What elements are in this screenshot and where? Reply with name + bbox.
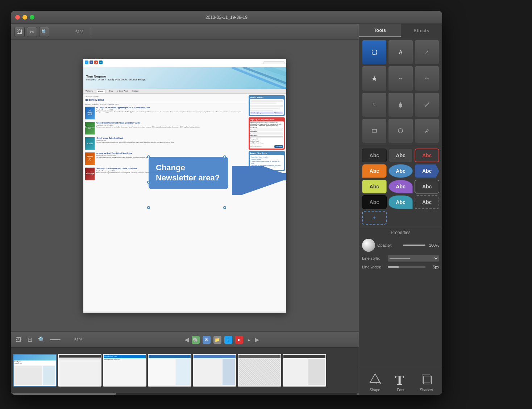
close-button[interactable] (15, 15, 20, 20)
twitter-share-icon[interactable]: t (224, 336, 232, 344)
style-btn-teal-bubble[interactable]: Abc (388, 195, 413, 209)
mail-icon[interactable]: ✉ (203, 336, 211, 344)
slide-canvas[interactable]: t f g+ in (83, 59, 286, 313)
minimize-button[interactable] (22, 15, 27, 20)
selection-rect-tool-btn[interactable] (362, 40, 387, 64)
svg-point-10 (398, 129, 403, 133)
text-tool-btn[interactable]: A (388, 40, 413, 64)
line-tool-btn[interactable] (415, 92, 439, 117)
blog-link-5[interactable]: How do they even survive? (251, 167, 283, 168)
filmstrip-thumb-1[interactable]: Tom Negrino I'm a tech writer... (13, 354, 57, 387)
style-btn-dashed-add[interactable]: + (362, 211, 387, 225)
canvas-area: 🖼 ✂ 🔍 51% (11, 24, 359, 395)
gplus-icon[interactable]: g+ (94, 60, 98, 64)
email-input[interactable] (250, 129, 283, 130)
paint-tool-btn[interactable]: 🖌 (415, 118, 439, 143)
rect-tool-btn[interactable] (362, 118, 387, 143)
crop-btn[interactable]: ⊞ (26, 335, 34, 345)
blog-link-3[interactable]: Civility doesn't come for free; or, hamm… (251, 160, 283, 164)
font-button[interactable]: T Font (393, 371, 409, 392)
book-desc-3: This book covers using iCloud with your … (96, 142, 247, 143)
line-width-slider[interactable] (388, 266, 425, 268)
arrow-tool-btn[interactable]: ↗ (415, 40, 439, 64)
follow-text: ✦ Follow @negrino (251, 112, 263, 114)
shadow-button[interactable]: Shadow (419, 371, 435, 392)
firstname-input[interactable] (250, 133, 283, 134)
filmstrip-thumb-7[interactable] (283, 354, 326, 387)
style-btn-orange[interactable]: Abc (362, 164, 387, 178)
image-tool-btn[interactable]: 🖼 (14, 27, 25, 37)
opacity-slider[interactable] (403, 245, 425, 246)
nav-blog[interactable]: Blog (108, 89, 113, 93)
main-area: 🖼 ✂ 🔍 51% (11, 24, 442, 395)
style-btn-dark2[interactable]: Abc (388, 149, 413, 162)
drop-tool-btn[interactable] (388, 92, 413, 117)
svg-rect-9 (372, 129, 377, 132)
filmstrip-thumb-3[interactable]: Windows Defender Offline Windows Defende… (103, 354, 146, 387)
zoom-slider[interactable] (51, 31, 73, 32)
maximize-button[interactable] (30, 15, 34, 20)
book-title-3: iCloud: Visual QuickStart Guide (96, 137, 247, 139)
photo-btn[interactable]: 🖼 (14, 335, 23, 345)
pen-tool-btn[interactable]: ✒ (388, 66, 413, 91)
scrollbar-thumb[interactable] (13, 393, 116, 395)
linkedin-icon[interactable]: in (99, 60, 103, 64)
books-section-title: Recent Books (85, 98, 247, 102)
book-pub-4: Peachpit Press, October 2010 (96, 155, 247, 156)
social-icons: t f g+ in (85, 60, 103, 64)
nav-books[interactable]: ▾ Books (97, 89, 105, 93)
style-btn-dark[interactable]: Abc (362, 149, 387, 162)
select-tool-btn[interactable]: ↖ (362, 92, 387, 117)
line-style-select[interactable]: ──────── - - - - - · · · · · (388, 255, 439, 262)
filmstrip-thumb-5[interactable] (193, 354, 236, 387)
main-window: 2013-03-11_19-38-19 🖼 ✂ 🔍 51% (11, 11, 442, 395)
blog-link-2[interactable]: Enough, already (251, 158, 283, 160)
nav-welcome[interactable]: Welcome (85, 89, 94, 93)
filmstrip-thumb-2[interactable] (58, 354, 101, 387)
crop-tool-btn[interactable]: ✂ (27, 27, 37, 37)
blog-link-4[interactable]: Does Andrew Sullivan really deserve your… (251, 164, 283, 166)
nav-contact[interactable]: Contact (132, 89, 139, 93)
lastname-input[interactable] (250, 136, 283, 138)
upload-icon[interactable]: ▲ (246, 337, 252, 343)
zoom-control (51, 31, 73, 32)
filmstrip-thumb-4[interactable] (148, 354, 191, 387)
style-btn-yellow-green[interactable]: Abc (362, 180, 387, 193)
font-icon: T (393, 371, 409, 387)
style-btn-black[interactable]: Abc (362, 195, 387, 209)
nav-other-work[interactable]: ▾ Other Work (116, 89, 129, 93)
zoom-btn[interactable]: 🔍 (37, 335, 47, 345)
book-cover-3: iCloud (85, 137, 95, 150)
style-btn-gray-dashed[interactable]: Abc (415, 195, 439, 209)
bottom-zoom-slider[interactable] (50, 339, 71, 340)
shape-button[interactable]: ▾ Shape (367, 371, 383, 392)
mask-tool-btn[interactable] (388, 118, 413, 143)
tab-tools[interactable]: Tools (359, 24, 401, 37)
book-title-4: Keynote for iPad: Visual QuickStart Guid… (96, 152, 247, 154)
filmstrip-scrollbar[interactable] (13, 393, 357, 395)
prev-slide-btn[interactable]: ◀ (184, 336, 189, 343)
tab-effects[interactable]: Effects (401, 24, 442, 37)
blog-link-1[interactable]: State of the Union thoughts (251, 156, 283, 158)
pencil-tool-btn[interactable]: ✏ (415, 66, 439, 91)
folder-icon[interactable]: 📁 (213, 336, 221, 344)
tools-grid: A ↗ ✒ ✏ ↖ (359, 37, 442, 146)
twitter-icon[interactable]: t (85, 60, 88, 64)
style-btn-light-outline[interactable]: Abc (415, 180, 439, 193)
style-btn-blue-arrow[interactable]: Abc (415, 164, 439, 178)
style-btn-purple-bubble[interactable]: Abc (388, 180, 413, 193)
facebook-icon[interactable]: f (90, 60, 93, 64)
style-btn-blue-bubble[interactable]: Abc (388, 164, 413, 178)
zoom-out-btn[interactable]: 🔍 (39, 27, 49, 37)
subscribe-button[interactable]: Subscribe (274, 145, 283, 148)
evernote-icon[interactable]: 🐘 (192, 336, 200, 344)
style-btn-red-outline[interactable]: Abc (415, 149, 439, 162)
window-title: 2013-03-11_19-38-19 (205, 15, 248, 20)
book-info-3: iCloud: Visual QuickStart Guide Peachpit… (96, 137, 247, 150)
next-slide-btn[interactable]: ▶ (255, 336, 259, 343)
search-bar[interactable] (263, 61, 285, 64)
email-row: Your Email* (250, 127, 283, 131)
youtube-icon[interactable]: ▶ (235, 336, 243, 344)
filmstrip-thumb-6[interactable] (238, 354, 281, 387)
star-tool-btn[interactable] (362, 66, 387, 91)
